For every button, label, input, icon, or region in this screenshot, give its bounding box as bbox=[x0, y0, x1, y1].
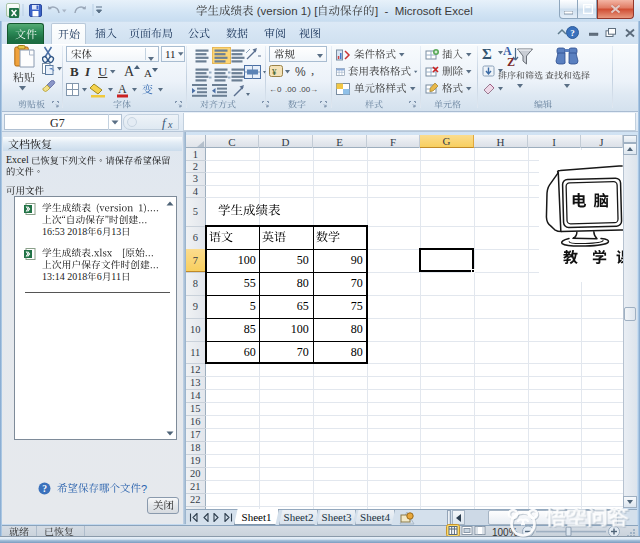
svg-text:¥: ¥ bbox=[272, 67, 277, 77]
svg-text:x: x bbox=[167, 119, 173, 130]
svg-text:?: ? bbox=[570, 28, 575, 38]
svg-text:Z: Z bbox=[507, 55, 515, 67]
svg-text:,: , bbox=[311, 64, 314, 77]
svg-text:←0: ←0 bbox=[269, 85, 282, 94]
svg-text:.00: .00 bbox=[285, 85, 297, 94]
svg-text:%: % bbox=[295, 65, 306, 79]
svg-text:A: A bbox=[118, 82, 127, 96]
svg-text:Σ: Σ bbox=[482, 46, 492, 62]
svg-text:?: ? bbox=[42, 484, 47, 494]
svg-text:.00→: .00→ bbox=[299, 85, 318, 94]
